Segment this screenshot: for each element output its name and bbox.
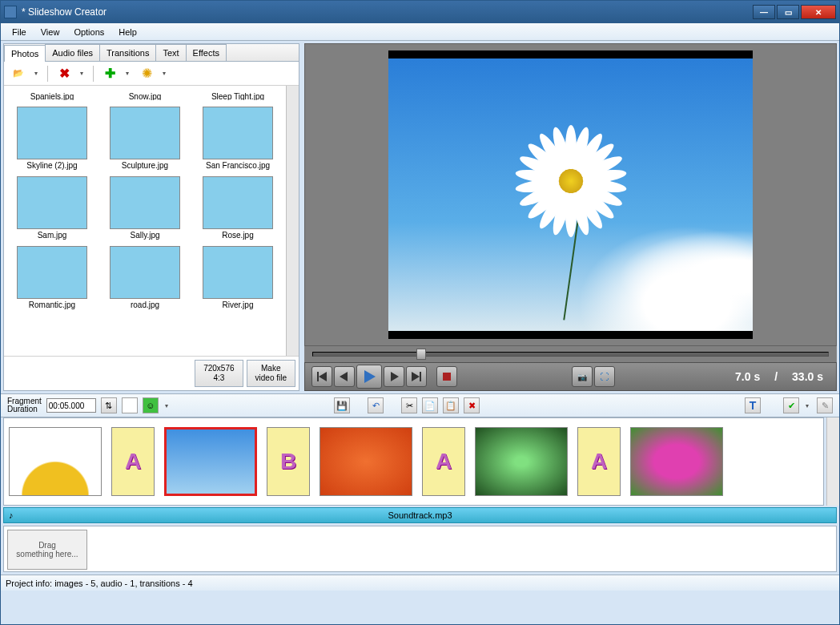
add-dropdown[interactable]: ▾ — [126, 70, 132, 77]
playback-controls: 📷 ⛶ 7.0 s / 33.0 s — [304, 362, 837, 391]
audio-track[interactable]: ♪ Soundtrack.mp3 — [3, 507, 837, 523]
scrub-track[interactable] — [312, 352, 829, 357]
thumbnail-item[interactable]: Sally.jpg — [100, 175, 190, 241]
thumbnail-item[interactable]: San Francisco.jpg — [193, 105, 283, 171]
status-bar: Project info: images - 5, audio - 1, tra… — [1, 575, 839, 591]
drop-target[interactable]: Drag something here... — [7, 530, 87, 570]
face-detect-dropdown[interactable]: ▾ — [165, 402, 171, 409]
maximize-button[interactable]: ▭ — [777, 5, 799, 19]
menu-help[interactable]: Help — [112, 25, 143, 39]
save-button[interactable]: 💾 — [334, 397, 350, 413]
effects-button[interactable]: ✺ — [137, 64, 156, 83]
apply-dropdown[interactable]: ▾ — [806, 402, 812, 409]
thumbnail-label: Spaniels.jpg — [30, 92, 74, 100]
resolution-button[interactable]: 720x576 4:3 — [195, 360, 243, 387]
menu-bar: File View Options Help — [1, 23, 839, 41]
thumbnail-item[interactable]: Sam.jpg — [7, 175, 97, 241]
timeline-photo[interactable] — [9, 427, 102, 496]
thumbnail-item[interactable]: Sleep Tight.jpg — [193, 89, 283, 102]
apply-button[interactable]: ✔ — [783, 397, 799, 413]
timeline[interactable]: ABAA — [3, 417, 824, 506]
cut-button[interactable]: ✂ — [401, 397, 417, 413]
thumbnail-image — [17, 246, 87, 299]
tab-audio-files[interactable]: Audio files — [45, 44, 100, 61]
face-detect-button[interactable]: ☺ — [143, 397, 159, 413]
timeline-scrollbar[interactable] — [826, 417, 839, 506]
svg-rect-7 — [443, 373, 451, 381]
prev-button[interactable] — [334, 366, 355, 387]
text-tool-button[interactable]: T — [745, 397, 761, 413]
stop-button[interactable] — [436, 366, 457, 387]
timeline-photo[interactable] — [475, 427, 568, 496]
status-text: Project info: images - 5, audio - 1, tra… — [6, 579, 193, 588]
menu-options[interactable]: Options — [67, 25, 111, 39]
thumbnail-item[interactable]: Rose.jpg — [193, 175, 283, 241]
fullscreen-button[interactable]: ⛶ — [594, 366, 615, 387]
tab-photos[interactable]: Photos — [4, 45, 46, 62]
thumbnail-item[interactable]: River.jpg — [193, 244, 283, 311]
thumbnail-item[interactable]: Romantic.jpg — [7, 244, 97, 311]
thumbnail-item[interactable]: Skyline (2).jpg — [7, 105, 97, 171]
thumbnail-image — [203, 176, 273, 229]
tab-text[interactable]: Text — [155, 44, 186, 61]
add-button[interactable]: ✚ — [100, 64, 119, 83]
menu-file[interactable]: File — [6, 25, 33, 39]
fragment-duration-input[interactable] — [46, 398, 96, 413]
svg-rect-6 — [420, 372, 421, 381]
timeline-transition[interactable]: A — [111, 427, 155, 496]
time-sep: / — [774, 370, 778, 383]
timeline-transition[interactable]: B — [267, 427, 310, 496]
minimize-button[interactable]: — — [753, 5, 775, 19]
timeline-photo[interactable] — [630, 427, 723, 496]
thumbnail-label: Sculpture.jpg — [122, 161, 168, 170]
timeline-transition[interactable]: A — [422, 427, 465, 496]
timeline-photo[interactable] — [320, 427, 412, 496]
scrollbar[interactable] — [286, 86, 299, 356]
time-current: 7.0 s — [735, 370, 760, 383]
first-button[interactable] — [311, 366, 332, 387]
preview-panel: 📷 ⛶ 7.0 s / 33.0 s — [304, 43, 837, 391]
tool-button[interactable]: ✎ — [817, 397, 833, 413]
tab-transitions[interactable]: Transitions — [99, 44, 156, 61]
remove-button[interactable]: ✖ — [464, 397, 480, 413]
thumbnail-item[interactable]: Sculpture.jpg — [100, 105, 190, 171]
open-folder-dropdown[interactable]: ▾ — [34, 70, 41, 77]
tab-effects[interactable]: Effects — [186, 44, 227, 61]
delete-dropdown[interactable]: ▾ — [80, 70, 86, 77]
effects-dropdown[interactable]: ▾ — [163, 70, 169, 77]
next-button[interactable] — [384, 366, 404, 387]
menu-view[interactable]: View — [34, 25, 66, 39]
blank-slide-button[interactable] — [122, 397, 138, 413]
drop-zone-area: Drag something here... — [3, 526, 837, 572]
copy-button[interactable]: 📄 — [422, 397, 438, 413]
undo-button[interactable]: ↶ — [368, 397, 384, 413]
timeline-photo[interactable] — [164, 427, 257, 496]
title-bar: * Slideshow Creator — ▭ ✕ — [1, 1, 839, 23]
thumbnail-grid[interactable]: Spaniels.jpgSnow.jpgSleep Tight.jpgSkyli… — [4, 86, 286, 356]
scrubber[interactable] — [304, 346, 837, 362]
thumbnail-label: Skyline (2).jpg — [26, 161, 77, 170]
play-button[interactable] — [356, 365, 382, 389]
svg-marker-5 — [412, 372, 420, 381]
paste-button[interactable]: 📋 — [443, 397, 459, 413]
duration-spinner[interactable]: ⇅ — [101, 397, 117, 413]
thumbnail-item[interactable]: Spaniels.jpg — [7, 89, 97, 102]
thumbnail-image — [17, 107, 87, 159]
close-button[interactable]: ✕ — [801, 5, 836, 19]
thumbnail-label: Sleep Tight.jpg — [211, 92, 264, 100]
music-note-icon: ♪ — [9, 510, 14, 520]
timeline-toolbar: Fragment Duration ⇅ ☺ ▾ 💾 ↶ ✂ 📄 📋 ✖ T ✔ … — [1, 393, 839, 417]
make-video-button[interactable]: Make video file — [247, 360, 295, 387]
thumbnail-item[interactable]: road.jpg — [100, 244, 190, 311]
svg-rect-0 — [317, 372, 319, 381]
thumbnail-item[interactable]: Snow.jpg — [100, 89, 190, 102]
delete-button[interactable]: ✖ — [54, 64, 74, 83]
svg-marker-1 — [319, 372, 327, 381]
svg-marker-2 — [340, 372, 348, 381]
snapshot-button[interactable]: 📷 — [572, 366, 593, 387]
timeline-transition[interactable]: A — [577, 427, 621, 496]
time-total: 33.0 s — [792, 370, 823, 383]
scrub-thumb[interactable] — [416, 349, 426, 360]
last-button[interactable] — [406, 366, 427, 387]
open-folder-button[interactable]: 📂 — [9, 64, 28, 83]
